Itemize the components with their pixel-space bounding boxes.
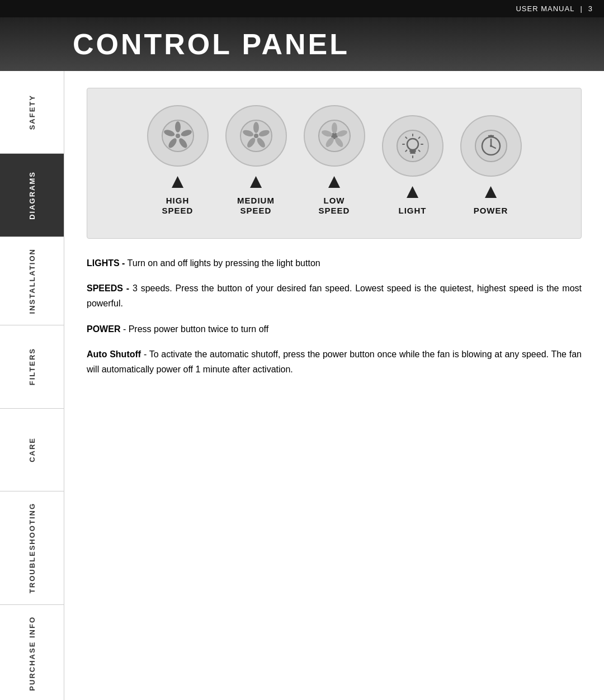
- sidebar-item-label: TROUBLESHOOTING: [28, 503, 36, 593]
- sidebar: SAFETY DIAGRAMS INSTALLATION FILTERS CAR…: [0, 71, 64, 700]
- speeds-bold: SPEEDS -: [87, 283, 129, 293]
- sidebar-item-label: DIAGRAMS: [28, 171, 36, 220]
- sidebar-item-installation[interactable]: INSTALLATION: [0, 237, 64, 325]
- auto-shutoff-description: Auto Shutoff - To activate the automatic…: [87, 347, 582, 377]
- low-speed-button-item: ▲ LOWSPEED: [304, 105, 365, 216]
- sidebar-item-label: CARE: [28, 437, 36, 462]
- high-speed-button-item: ▲ HIGHSPEED: [147, 105, 209, 216]
- power-button[interactable]: [460, 115, 522, 177]
- power-label: POWER: [474, 206, 508, 216]
- header-separator: |: [580, 4, 582, 13]
- sidebar-item-safety[interactable]: SAFETY: [0, 71, 64, 154]
- main-layout: SAFETY DIAGRAMS INSTALLATION FILTERS CAR…: [0, 71, 604, 700]
- svg-point-9: [253, 122, 259, 133]
- content-area: ▲ HIGHSPEED: [64, 71, 604, 700]
- sidebar-item-label: FILTERS: [28, 348, 36, 385]
- power-button-item: ▲ POWER: [460, 115, 522, 216]
- control-panel-diagram: ▲ HIGHSPEED: [87, 88, 582, 239]
- auto-shutoff-bold: Auto Shutoff: [87, 349, 141, 359]
- speeds-description: SPEEDS - 3 speeds. Press the button of y…: [87, 281, 582, 311]
- sidebar-item-purchase-info[interactable]: PURCHASE INFO: [0, 605, 64, 700]
- power-arrow: ▲: [481, 181, 501, 201]
- svg-point-8: [254, 134, 258, 138]
- fan-low-icon: [318, 119, 351, 153]
- medium-speed-label: MEDIUMSPEED: [237, 196, 275, 216]
- medium-speed-arrow: ▲: [246, 171, 266, 191]
- sidebar-item-troubleshooting[interactable]: TROUBLESHOOTING: [0, 491, 64, 605]
- light-label: LIGHT: [399, 206, 427, 216]
- sidebar-item-label: PURCHASE INFO: [28, 616, 36, 691]
- svg-point-16: [332, 122, 337, 134]
- title-bar: Control Panel: [0, 17, 604, 71]
- description-section: LIGHTS - Turn on and off lights by press…: [87, 256, 582, 377]
- buttons-row: ▲ HIGHSPEED: [147, 105, 522, 216]
- sidebar-item-care[interactable]: CARE: [0, 409, 64, 491]
- high-speed-arrow: ▲: [168, 171, 188, 191]
- light-button-item: ▲ LIGHT: [382, 115, 443, 216]
- fan-medium-icon: [239, 119, 273, 153]
- high-speed-button[interactable]: [147, 105, 209, 167]
- power-bold: POWER: [87, 324, 120, 334]
- lights-bold: LIGHTS -: [87, 258, 125, 268]
- svg-rect-23: [409, 150, 416, 152]
- sidebar-item-label: SAFETY: [28, 94, 36, 130]
- speeds-text: 3 speeds. Press the button of your desir…: [87, 283, 582, 308]
- svg-rect-24: [410, 152, 416, 154]
- header-bar: USER MANUAL | 3: [0, 0, 604, 17]
- auto-shutoff-text: - To activate the automatic shutoff, pre…: [87, 349, 582, 374]
- svg-point-1: [176, 134, 180, 138]
- sidebar-item-diagrams[interactable]: DIAGRAMS: [0, 154, 64, 237]
- sidebar-item-filters[interactable]: FILTERS: [0, 325, 64, 408]
- low-speed-button[interactable]: [304, 105, 365, 167]
- power-icon: [474, 129, 508, 163]
- low-speed-label: LOWSPEED: [319, 196, 350, 216]
- power-description: POWER - Press power button twice to turn…: [87, 321, 582, 337]
- header-page-number: 3: [588, 4, 593, 13]
- sidebar-item-label: INSTALLATION: [28, 248, 36, 314]
- fan-high-icon: [161, 119, 195, 153]
- light-arrow: ▲: [403, 181, 423, 201]
- medium-speed-button[interactable]: [225, 105, 287, 167]
- page-title: Control Panel: [73, 27, 587, 61]
- medium-speed-button-item: ▲ MEDIUMSPEED: [225, 105, 287, 216]
- light-button[interactable]: [382, 115, 443, 177]
- light-icon: [396, 129, 430, 163]
- high-speed-label: HIGHSPEED: [162, 196, 194, 216]
- header-manual-text: USER MANUAL: [516, 4, 574, 13]
- lights-description: LIGHTS - Turn on and off lights by press…: [87, 256, 582, 271]
- lights-text: Turn on and off lights by pressing the l…: [128, 258, 320, 268]
- svg-point-2: [175, 121, 181, 133]
- low-speed-arrow: ▲: [324, 171, 345, 191]
- power-text: - Press power button twice to turn off: [123, 324, 268, 334]
